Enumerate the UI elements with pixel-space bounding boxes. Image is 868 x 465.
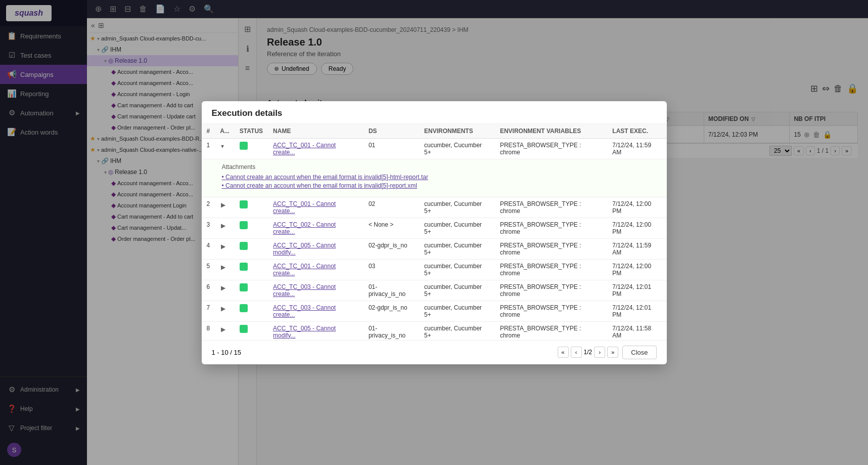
attachment-link-1[interactable]: Cannot create an account when the email … [222,174,659,181]
exec-expand[interactable]: ▶ [215,238,235,259]
exec-attachments: Attachments Cannot create an account whe… [202,159,667,197]
exec-name[interactable]: ACC_TC_005 - Cannot modify... [268,321,363,340]
modal-prev-page-btn[interactable]: ‹ [571,347,582,358]
exec-name[interactable]: ACC_TC_001 - Cannot create... [268,197,363,218]
exec-name[interactable]: ACC_TC_003 - Cannot create... [268,301,363,321]
exec-environments: cucumber, Cucumber 5+ [419,301,495,321]
exec-environments: cucumber, Cucumber 5+ [419,259,495,280]
exec-num: 6 [202,280,215,301]
expand-btn-7[interactable]: ▶ [220,304,226,313]
exec-num: 1 [202,138,215,159]
modal-page-indicator: 1/2 [584,349,592,356]
exec-environments: cucumber, Cucumber 5+ [419,238,495,259]
modal-footer: 1 - 10 / 15 « ‹ 1/2 › » Close [202,340,667,364]
exec-col-ds: DS [363,124,419,139]
exec-expand[interactable]: ▶ [215,259,235,280]
modal-body: # A... STATUS NAME DS ENVIRONMENTS ENVIR… [202,124,667,340]
exec-last-exec: 7/12/24, 11:59 AM [607,138,666,159]
exec-env-vars: PRESTA_BROWSER_TYPE : chrome [495,218,607,238]
status-green-7 [240,304,248,312]
exec-ds: 02-gdpr_is_no [363,301,419,321]
modal-pagination-text: 1 - 10 / 15 [212,349,242,356]
exec-row-8: 8 ▶ ACC_TC_005 - Cannot modify... 01-pri… [202,321,667,340]
exec-row-3: 3 ▶ ACC_TC_002 - Cannot create... < None… [202,218,667,238]
modal-next-page-btn[interactable]: › [594,347,605,358]
attachments-title: Attachments [222,163,659,171]
exec-name[interactable]: ACC_TC_002 - Cannot create... [268,218,363,238]
execution-table: # A... STATUS NAME DS ENVIRONMENTS ENVIR… [202,124,667,340]
expand-btn-1[interactable]: ▾ [220,142,225,151]
exec-ds: 02 [363,197,419,218]
modal-pagination: « ‹ 1/2 › » [558,347,619,358]
exec-last-exec: 7/12/24, 12:01 PM [607,301,666,321]
exec-col-num: # [202,124,215,139]
exec-environments: cucumber, Cucumber 5+ [419,218,495,238]
exec-environments: cucumber, Cucumber 5+ [419,138,495,159]
modal-footer-right: « ‹ 1/2 › » Close [558,346,657,359]
exec-expand[interactable]: ▶ [215,280,235,301]
exec-env-vars: PRESTA_BROWSER_TYPE : chrome [495,321,607,340]
exec-environments: cucumber, Cucumber 5+ [419,280,495,301]
execution-details-modal: Execution details # A... STATUS NAME DS … [202,101,667,364]
exec-last-exec: 7/12/24, 11:58 AM [607,321,666,340]
exec-status [235,197,268,218]
attachment-link-2[interactable]: Cannot create an account when the email … [222,182,659,189]
exec-ds: 01-privacy_is_no [363,280,419,301]
exec-ds: 01-privacy_is_no [363,321,419,340]
exec-num: 2 [202,197,215,218]
exec-col-status: STATUS [235,124,268,139]
exec-row-1-expanded: Attachments Cannot create an account whe… [202,159,667,197]
exec-col-last-exec: LAST EXEC. [607,124,666,139]
exec-env-vars: PRESTA_BROWSER_TYPE : chrome [495,301,607,321]
status-green-1 [240,142,248,150]
exec-expand[interactable]: ▶ [215,218,235,238]
exec-status [235,138,268,159]
exec-name[interactable]: ACC_TC_001 - Cannot create... [268,138,363,159]
expand-btn-5[interactable]: ▶ [220,263,226,272]
status-green-3 [240,221,248,229]
exec-env-vars: PRESTA_BROWSER_TYPE : chrome [495,280,607,301]
exec-env-vars: PRESTA_BROWSER_TYPE : chrome [495,197,607,218]
exec-col-arrow: A... [215,124,235,139]
exec-ds: 03 [363,259,419,280]
exec-expand[interactable]: ▶ [215,321,235,340]
status-green-8 [240,325,248,333]
exec-col-name: NAME [268,124,363,139]
exec-num: 7 [202,301,215,321]
expand-btn-8[interactable]: ▶ [220,325,226,334]
expand-btn-3[interactable]: ▶ [220,221,226,230]
exec-status [235,218,268,238]
exec-last-exec: 7/12/24, 12:00 PM [607,259,666,280]
exec-last-exec: 7/12/24, 11:59 AM [607,238,666,259]
modal-last-page-btn[interactable]: » [607,347,618,358]
exec-expand[interactable]: ▶ [215,301,235,321]
exec-num: 3 [202,218,215,238]
exec-num: 8 [202,321,215,340]
exec-status [235,280,268,301]
exec-ds: < None > [363,218,419,238]
exec-row-2: 2 ▶ ACC_TC_001 - Cannot create... 02 cuc… [202,197,667,218]
status-green-5 [240,263,248,271]
modal-overlay: Execution details # A... STATUS NAME DS … [0,0,868,465]
exec-last-exec: 7/12/24, 12:00 PM [607,197,666,218]
exec-env-vars: PRESTA_BROWSER_TYPE : chrome [495,259,607,280]
exec-status [235,321,268,340]
exec-num: 4 [202,238,215,259]
exec-expand[interactable]: ▶ [215,197,235,218]
expand-btn-4[interactable]: ▶ [220,242,226,251]
exec-row-6: 6 ▶ ACC_TC_003 - Cannot create... 01-pri… [202,280,667,301]
exec-name[interactable]: ACC_TC_001 - Cannot create... [268,259,363,280]
exec-name[interactable]: ACC_TC_003 - Cannot create... [268,280,363,301]
expand-btn-6[interactable]: ▶ [220,283,226,292]
modal-close-btn[interactable]: Close [622,346,656,359]
exec-name[interactable]: ACC_TC_005 - Cannot modify... [268,238,363,259]
exec-env-vars: PRESTA_BROWSER_TYPE : chrome [495,238,607,259]
modal-first-page-btn[interactable]: « [558,347,569,358]
exec-environments: cucumber, Cucumber 5+ [419,321,495,340]
exec-ds: 01 [363,138,419,159]
exec-expand[interactable]: ▾ [215,138,235,159]
exec-environments: cucumber, Cucumber 5+ [419,197,495,218]
modal-title: Execution details [212,108,283,118]
status-green-6 [240,283,248,291]
expand-btn-2[interactable]: ▶ [220,200,226,209]
